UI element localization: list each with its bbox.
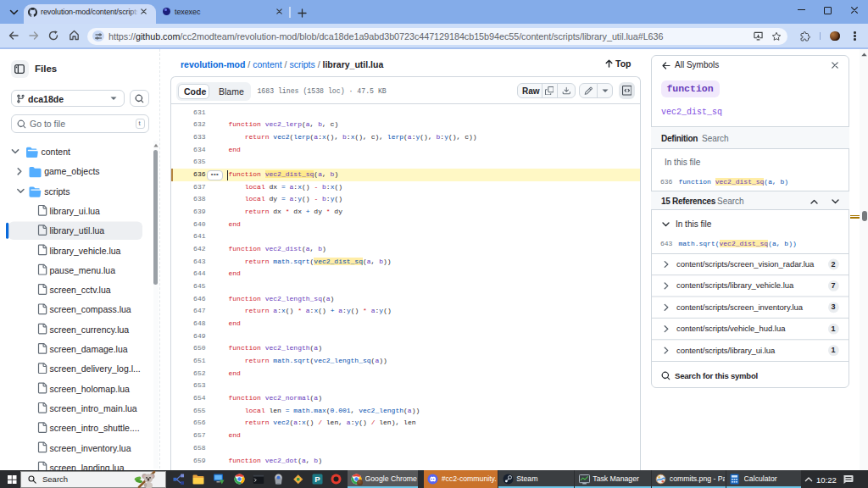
svg-text:P: P (314, 474, 320, 484)
